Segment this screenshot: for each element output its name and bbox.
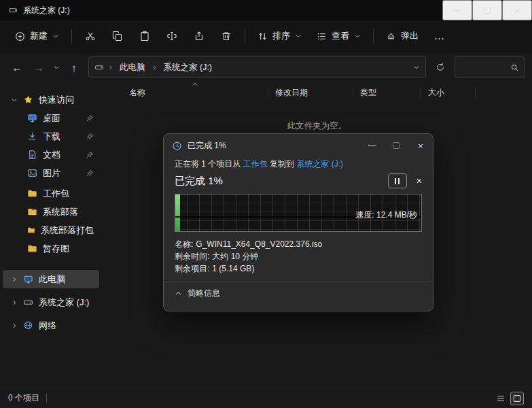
eject-button[interactable]: 弹出	[379, 24, 425, 48]
name-label: 名称:	[175, 239, 193, 249]
sidebar-item-this-pc[interactable]: 此电脑	[3, 270, 99, 288]
sidebar-item-quick-access[interactable]: 快速访问	[3, 90, 99, 109]
paste-button[interactable]	[132, 24, 158, 48]
rename-icon	[166, 31, 177, 41]
items-remaining-label: 剩余项目:	[175, 264, 209, 273]
sidebar-item-network[interactable]: 网络	[3, 316, 99, 335]
fewer-details-toggle[interactable]: 简略信息	[175, 282, 422, 305]
empty-folder-text: 此文件夹为空。	[102, 120, 532, 132]
minimize-button[interactable]	[442, 0, 472, 20]
sidebar-item-label: 网络	[39, 320, 56, 332]
sidebar-item-drive-j[interactable]: 系统之家 (J:)	[3, 293, 99, 311]
history-dropdown-button[interactable]	[50, 57, 63, 78]
refresh-button[interactable]	[430, 57, 450, 78]
sidebar-item-label: 工作包	[43, 188, 69, 200]
sidebar-item-folder-xitongbuluo-pack[interactable]: 系统部落打包	[3, 221, 99, 239]
share-button[interactable]	[186, 24, 212, 48]
new-button[interactable]: 新建	[8, 24, 66, 48]
paste-icon	[139, 31, 150, 41]
address-dropdown-icon[interactable]	[413, 64, 420, 71]
cut-button[interactable]	[77, 24, 103, 48]
column-header-size[interactable]: 大小	[421, 87, 476, 98]
breadcrumb-this-pc[interactable]: 此电脑	[117, 61, 148, 75]
dialog-close-button[interactable]: ×	[408, 134, 433, 157]
sidebar-item-label: 文档	[43, 149, 60, 161]
sidebar-item-downloads[interactable]: 下载	[3, 127, 99, 146]
dialog-minimize-button[interactable]	[359, 134, 384, 157]
progress-header-row: 已完成 1% ×	[175, 173, 422, 188]
column-label: 名称	[129, 87, 145, 99]
sidebar-item-label: 此电脑	[39, 273, 65, 286]
sidebar-item-desktop[interactable]: 桌面	[3, 109, 99, 127]
forward-button[interactable]: →	[29, 57, 49, 78]
delete-icon	[221, 31, 232, 41]
cancel-copy-button[interactable]: ×	[416, 175, 422, 186]
breadcrumb-current-drive[interactable]: 系统之家 (J:)	[161, 61, 215, 75]
view-button[interactable]: 查看	[310, 24, 368, 48]
large-icons-view-button[interactable]	[510, 392, 524, 405]
chevron-right-icon[interactable]	[11, 299, 18, 306]
detail-time-row: 剩余时间:大约 10 分钟	[175, 250, 422, 262]
column-header-name[interactable]: 名称	[102, 87, 268, 98]
dialog-maximize-button[interactable]	[384, 134, 408, 157]
chevron-right-icon[interactable]	[11, 322, 18, 329]
detail-name-row: 名称:G_WIN11_X64_Q8_V2022.376.iso	[175, 238, 422, 250]
pin-icon	[86, 151, 94, 159]
drive-icon	[8, 5, 18, 15]
drive-icon	[94, 63, 104, 72]
pause-button[interactable]	[388, 173, 407, 188]
column-header-date-modified[interactable]: 修改日期	[268, 87, 353, 98]
dialog-body: 正在将 1 个项目从 工作包 复制到 系统之家 (J:) 已完成 1% × 速度…	[164, 157, 433, 311]
back-button[interactable]: ←	[7, 57, 27, 78]
column-header-type[interactable]: 类型	[353, 87, 421, 98]
address-bar[interactable]: 此电脑 系统之家 (J:)	[88, 56, 426, 78]
maximize-button[interactable]	[472, 0, 502, 20]
dialog-title: 已完成 1%	[188, 140, 226, 152]
name-value: G_WIN11_X64_Q8_V2022.376.iso	[196, 239, 322, 249]
details-view-button[interactable]	[494, 392, 508, 405]
sidebar-item-folder-temp-images[interactable]: 暂存图	[3, 239, 99, 258]
chevron-down-icon	[354, 33, 361, 39]
sort-button[interactable]: 排序	[251, 24, 308, 48]
column-label: 大小	[428, 87, 444, 99]
maximize-icon	[393, 142, 400, 149]
rename-button[interactable]	[159, 24, 185, 48]
plus-circle-icon	[15, 31, 25, 41]
source-folder-link[interactable]: 工作包	[243, 159, 268, 169]
search-input[interactable]	[461, 63, 510, 72]
progress-actions: ×	[388, 173, 422, 188]
pin-icon	[86, 169, 94, 177]
sidebar-item-documents[interactable]: 文档	[3, 146, 99, 164]
chevron-down-icon[interactable]	[11, 97, 18, 103]
folder-icon	[27, 243, 37, 254]
sidebar-item-folder-workpack[interactable]: 工作包	[3, 184, 99, 203]
cut-icon	[85, 31, 96, 41]
window-controls: ×	[442, 0, 532, 20]
chevron-right-icon[interactable]	[11, 276, 18, 283]
pin-icon	[86, 133, 94, 141]
pause-icon	[395, 178, 396, 184]
more-options-button[interactable]: …	[427, 24, 453, 48]
view-icon	[317, 31, 327, 41]
copy-icon	[112, 31, 123, 41]
destination-drive-link[interactable]: 系统之家 (J:)	[296, 159, 343, 169]
sidebar-item-pictures[interactable]: 图片	[3, 164, 99, 182]
sidebar-item-label: 下载	[43, 131, 60, 143]
more-icon: …	[434, 30, 446, 42]
copy-button[interactable]	[105, 24, 130, 48]
up-button[interactable]: ↑	[64, 57, 84, 78]
new-label: 新建	[30, 30, 48, 42]
copy-description-prefix: 正在将 1 个项目从	[175, 159, 243, 169]
status-bar: 0 个项目	[0, 388, 532, 408]
close-button[interactable]: ×	[502, 0, 532, 20]
download-icon	[27, 131, 37, 141]
sidebar-item-folder-xitongbuluo[interactable]: 系统部落	[3, 203, 99, 221]
transfer-speed-chart: 速度: 12.4 MB/秒	[175, 194, 422, 232]
sidebar: 快速访问 桌面 下载 文档 图片	[0, 82, 102, 388]
desktop-icon	[27, 113, 37, 123]
toolbar-separator	[245, 29, 245, 44]
command-bar: 新建 排序 查看 弹出 …	[0, 20, 532, 52]
eject-label: 弹出	[401, 30, 419, 42]
delete-button[interactable]	[213, 24, 239, 48]
sidebar-item-label: 桌面	[43, 112, 60, 124]
